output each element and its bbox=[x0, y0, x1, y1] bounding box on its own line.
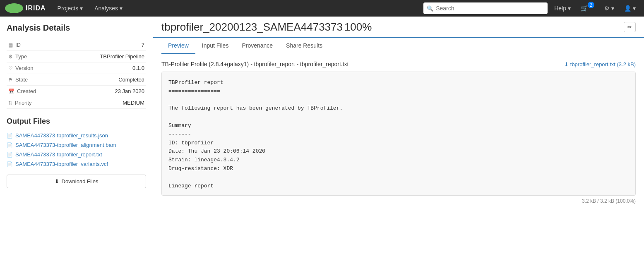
download-file-link[interactable]: ⬇ tbprofiler_report.txt (3.2 kB) bbox=[564, 61, 636, 67]
analysis-title-area: tbprofiler_20200123_SAMEA4473373 100% bbox=[161, 21, 372, 34]
cart-button[interactable]: 🛒 2 bbox=[577, 5, 598, 12]
list-item: 📄 SAMEA4473373-tbprofiler_variants.vcf bbox=[7, 159, 146, 169]
file-icon: 📄 bbox=[7, 161, 13, 167]
search-icon: 🔍 bbox=[427, 5, 433, 12]
output-files-title: Output Files bbox=[7, 117, 146, 126]
file-icon: 📄 bbox=[7, 142, 13, 148]
user-avatar-icon: 👤 bbox=[624, 5, 631, 12]
analyses-label: Analyses bbox=[94, 5, 118, 12]
sidebar: Analysis Details ▤ ID 7 ⚙ Type TBProfile… bbox=[0, 17, 153, 254]
projects-chevron-icon: ▾ bbox=[80, 5, 83, 12]
output-file-link[interactable]: SAMEA4473373-tbprofiler_alignment.bam bbox=[15, 142, 116, 148]
help-menu[interactable]: Help ▾ bbox=[551, 5, 574, 12]
projects-menu[interactable]: Projects ▾ bbox=[53, 0, 87, 17]
detail-row: ⚑ State Completed bbox=[7, 74, 146, 86]
detail-row: ⇅ Priority MEDIUM bbox=[7, 97, 146, 109]
settings-chevron-icon: ▾ bbox=[611, 5, 614, 12]
output-files-list: 📄 SAMEA4473373-tbprofiler_results.json 📄… bbox=[7, 131, 146, 169]
calendar-icon: 📅 bbox=[8, 89, 14, 94]
sort-icon: ⇅ bbox=[8, 100, 12, 106]
detail-label: Type bbox=[15, 53, 27, 60]
tab-input-files[interactable]: Input Files bbox=[195, 38, 235, 54]
preview-box[interactable]: TBProfiler report ================ The f… bbox=[161, 72, 636, 196]
download-file-label: tbprofiler_report.txt (3.2 kB) bbox=[570, 61, 636, 67]
download-btn-label: Download Files bbox=[62, 178, 99, 185]
logo-text: IRIDA bbox=[26, 5, 46, 12]
output-file-link[interactable]: SAMEA4473373-tbprofiler_report.txt bbox=[15, 151, 102, 158]
heart-icon: ♡ bbox=[8, 65, 13, 71]
detail-value: TBProfiler Pipeline bbox=[62, 51, 146, 62]
projects-label: Projects bbox=[58, 5, 79, 12]
file-title: TB-Profiler Profile (2.8.4+galaxy1) - tb… bbox=[161, 61, 348, 67]
top-navigation: IRIDA Projects ▾ Analyses ▾ 🔍 Help ▾ 🛒 2… bbox=[0, 0, 644, 17]
user-chevron-icon: ▾ bbox=[633, 5, 636, 12]
tabs: PreviewInput FilesProvenanceShare Result… bbox=[153, 38, 644, 54]
detail-label: ID bbox=[15, 42, 21, 48]
detail-value: 0.1.0 bbox=[62, 62, 146, 74]
cart-badge: 2 bbox=[588, 2, 594, 8]
detail-label: State bbox=[15, 77, 28, 83]
preview-area: TB-Profiler Profile (2.8.4+galaxy1) - tb… bbox=[153, 54, 644, 254]
list-item: 📄 SAMEA4473373-tbprofiler_alignment.bam bbox=[7, 140, 146, 150]
search-input[interactable] bbox=[423, 2, 548, 14]
logo-icon bbox=[5, 3, 23, 13]
detail-value: MEDIUM bbox=[62, 97, 146, 109]
flag-icon: ⚑ bbox=[8, 77, 13, 83]
detail-label: Created bbox=[17, 88, 36, 94]
preview-content: TBProfiler report ================ The f… bbox=[168, 79, 629, 190]
main-content: tbprofiler_20200123_SAMEA4473373 100% ✏ … bbox=[153, 17, 644, 254]
analysis-percent: 100% bbox=[344, 21, 372, 33]
file-size-info: 3.2 kB / 3.2 kB (100.0%) bbox=[161, 198, 636, 204]
detail-row: ⚙ Type TBProfiler Pipeline bbox=[7, 51, 146, 62]
user-menu[interactable]: 👤 ▾ bbox=[621, 5, 639, 12]
help-chevron-icon: ▾ bbox=[568, 5, 571, 12]
tab-share-results[interactable]: Share Results bbox=[279, 38, 329, 54]
analyses-menu[interactable]: Analyses ▾ bbox=[90, 0, 127, 17]
cart-icon: 🛒 bbox=[581, 5, 588, 12]
list-item: 📄 SAMEA4473373-tbprofiler_report.txt bbox=[7, 150, 146, 159]
file-icon: 📄 bbox=[7, 133, 13, 139]
output-file-link[interactable]: SAMEA4473373-tbprofiler_variants.vcf bbox=[15, 161, 108, 167]
download-icon: ⬇ bbox=[55, 178, 59, 185]
analyses-chevron-icon: ▾ bbox=[120, 5, 123, 12]
detail-label: Version bbox=[15, 65, 33, 71]
detail-value: Completed bbox=[62, 74, 146, 86]
gear-icon: ⚙ bbox=[604, 5, 610, 12]
sidebar-title: Analysis Details bbox=[7, 23, 146, 33]
file-icon: 📄 bbox=[7, 152, 13, 158]
analysis-title: tbprofiler_20200123_SAMEA4473373 bbox=[161, 21, 343, 33]
detail-value: 7 bbox=[62, 39, 146, 51]
file-header: TB-Profiler Profile (2.8.4+galaxy1) - tb… bbox=[161, 61, 636, 67]
output-file-link[interactable]: SAMEA4473373-tbprofiler_results.json bbox=[15, 132, 108, 139]
search-wrapper: 🔍 bbox=[423, 2, 548, 14]
logo-area[interactable]: IRIDA bbox=[5, 3, 46, 13]
tab-provenance[interactable]: Provenance bbox=[235, 38, 279, 54]
detail-value: 23 Jan 2020 bbox=[62, 86, 146, 97]
analysis-header: tbprofiler_20200123_SAMEA4473373 100% ✏ bbox=[153, 17, 644, 38]
main-layout: Analysis Details ▤ ID 7 ⚙ Type TBProfile… bbox=[0, 17, 644, 254]
download-files-button[interactable]: ⬇ Download Files bbox=[7, 175, 146, 188]
detail-row: 📅 Created 23 Jan 2020 bbox=[7, 86, 146, 97]
settings-menu[interactable]: ⚙ ▾ bbox=[601, 5, 618, 12]
tab-preview[interactable]: Preview bbox=[161, 38, 195, 54]
detail-label: Priority bbox=[15, 100, 31, 106]
details-table: ▤ ID 7 ⚙ Type TBProfiler Pipeline ♡ Vers… bbox=[7, 39, 146, 109]
gear-icon: ⚙ bbox=[8, 54, 13, 60]
detail-row: ▤ ID 7 bbox=[7, 39, 146, 51]
bars-icon: ▤ bbox=[8, 42, 13, 48]
detail-row: ♡ Version 0.1.0 bbox=[7, 62, 146, 74]
download-file-icon: ⬇ bbox=[564, 61, 569, 67]
edit-button[interactable]: ✏ bbox=[624, 22, 636, 32]
list-item: 📄 SAMEA4473373-tbprofiler_results.json bbox=[7, 131, 146, 140]
help-label: Help bbox=[554, 5, 566, 12]
